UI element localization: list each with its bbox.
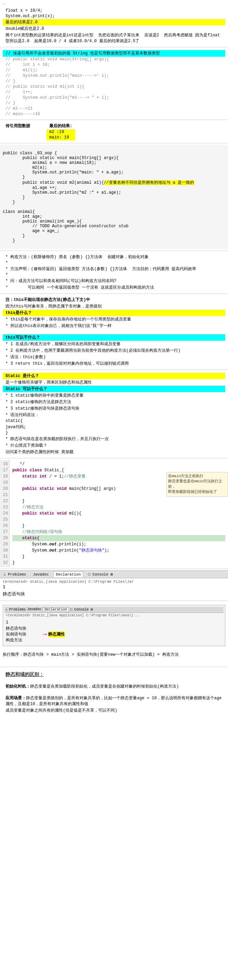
diag-tab-declaration: Declaration: [43, 608, 69, 612]
static-when-label: * 什么情况下类加载？: [3, 442, 225, 449]
static-can-1: * 1 static修饰的块中的变量是静态变量: [3, 392, 225, 399]
tab-bar: ⚠ Problems Javadoc Declaration □ Console…: [0, 570, 228, 578]
diag-line-1: 1: [6, 619, 222, 625]
comment-9: // }: [3, 100, 225, 106]
line-num-20: 20: [2, 486, 8, 492]
this-static-detail: 因为this与对象有关，而静态属于非对象，是类级别: [3, 303, 225, 310]
section-string-ref: // 传递引用并不会改变最初始的值 String 也是引用数据类型而不是基本数据…: [0, 49, 228, 118]
static-exec-note: * 静态语句块在是在类加载的阶段执行，并且只执行一次: [3, 436, 225, 442]
small-label: [3, 4, 5, 5]
diag-tab-problems: ⚠ Problems: [5, 608, 26, 612]
line-num-30: 30: [2, 547, 8, 554]
line-num-22: 22: [2, 498, 8, 504]
code-line-22: }: [12, 498, 225, 504]
comment-7: // i++;: [3, 89, 225, 95]
line-num-23: 23: [2, 504, 8, 511]
page-container: float x = 10/4; System.out.print(x); 最后的…: [0, 0, 228, 716]
static-when-detail: 访问某个类的静态属性的时候 类加载: [3, 449, 225, 455]
comment-4: // System.out.println("main----->' i);: [3, 73, 225, 78]
diag-constructor: 构造方法: [6, 637, 26, 643]
comment-1: // public static void main(String[] args…: [3, 57, 225, 62]
line-num-28: 28: [2, 535, 8, 541]
tab-console[interactable]: □ Console ⊠: [86, 571, 115, 577]
this-what-label: this是什么？: [3, 310, 225, 316]
tab-javadoc[interactable]: Javadoc: [31, 572, 51, 577]
code-line-32: }: [12, 560, 225, 566]
console-header: terminated> Static_[Java Application] C:…: [3, 580, 225, 584]
init-title: 初始化时机：静态变量是在类加载阶段初始化，成员变量是在创建对象的时候初始化(构造…: [3, 683, 225, 690]
section-code-numbered: 16 17 18 19 20 21 22 23 24 25 26 27 28 2…: [0, 460, 228, 567]
this-can-1: * 1 在成员/构造方法中，能够区分同名的局部变量和成员变量: [3, 341, 225, 347]
console-line-2: 静态语句块: [3, 590, 225, 598]
line-num-19: 19: [2, 480, 8, 486]
this-point-2: * 所以说this表示对象自己，就相当于我们说'我'字一样: [3, 323, 225, 329]
comment-10: // m1--->11: [3, 106, 225, 111]
code-line-16: */: [12, 461, 225, 467]
code-line-2: System.out.print(x);: [3, 13, 225, 19]
code-line-26: }: [12, 523, 225, 529]
static-can-label: Static 可以干什么？: [3, 386, 225, 392]
result-main: main: 19: [47, 135, 75, 140]
static-syntax-label: * 语法代码语法：: [3, 412, 225, 418]
static-domain-title: 静态和域的区别：: [3, 671, 225, 678]
this-static-note: 注：this不能出现在静态方法(静态上下文)中: [3, 296, 225, 303]
static-syntax-1: static{: [3, 418, 225, 424]
diag-instance-block: 实例语句块: [6, 632, 26, 637]
static-can-3: * 3 static修饰的语句块是静态语句块: [3, 405, 225, 412]
line-num-24: 24: [2, 511, 8, 517]
static-can-2: * 2 static修饰的方法是静态方法: [3, 399, 225, 405]
this-can-3: * 语法：this(参数): [3, 354, 225, 360]
line-num-27: 27: [2, 529, 8, 535]
result-title: 最后的结果:: [47, 123, 75, 129]
execution-order-text: 执行顺序：静态语句块 > main方法 > 实例语句块(需要new一个对象才可以…: [3, 652, 225, 657]
tab-problems[interactable]: ⚠ Problems: [2, 571, 28, 577]
console-area: terminated> Static_[Java Application] C:…: [0, 578, 228, 599]
this-point-1: * this是每个对象中，保存自身内存地址的一个引用类型的成员变量: [3, 316, 225, 323]
note-blank1: *: [3, 260, 225, 266]
code-line-30: System.out.println("静态语句块");: [12, 547, 225, 554]
tab-declaration[interactable]: Declaration: [54, 571, 83, 577]
line-num-21: 21: [2, 492, 8, 498]
double-result: double赋后也是2.0: [3, 25, 225, 32]
static-intro: 是一个修饰符关键字，用来区别静态和动态属性: [3, 379, 225, 386]
ref-type-label: 传引用型数据: [3, 123, 33, 129]
diag-tab-console: □ Console ⊠: [70, 608, 93, 612]
section-method-notes: * 构造方法：(权限修饰符) 类名 (参数) {}方法体 创建对象，初始化对象 …: [0, 252, 228, 292]
static-syntax-2: java代码;: [3, 424, 225, 430]
section-static-domain: 静态和域的区别： 初始化时机：静态变量是在类加载阶段初始化，成员变量是在创建对象…: [0, 668, 228, 716]
diag-tab-javadoc: Javadoc: [27, 608, 41, 612]
string-ref-title: // 传递引用并不会改变最初始的值 String 也是引用数据类型而不是基本数据…: [3, 50, 225, 57]
diagram-section: ⚠ Problems Javadoc Declaration □ Console…: [0, 602, 228, 649]
section-this: 注：this不能出现在静态方法(静态上下文)中 因为this与对象有关，而静态属…: [0, 295, 228, 368]
line-num-16: 16: [2, 461, 8, 467]
line-num-18: 18: [2, 473, 8, 480]
usage-detail: 成员变量是对象之间共有的属性(但是值是不共享，可以不同): [3, 707, 225, 714]
explanation: 两个int类型数的运算结果的还是int还是int型 先把右面的式子算出来 应该是…: [3, 32, 225, 44]
side-note-3: 即类加载阶段就已经初始化了: [168, 490, 226, 495]
code-line-28: static{: [12, 535, 225, 541]
diag-console-header: <terminated> Static_[Java Application] C…: [5, 613, 223, 618]
code-line-25: [12, 517, 225, 523]
code-block-oop: public class _03_oop { public static voi…: [0, 145, 228, 249]
code-line-27: //静态代码段/语句块: [12, 529, 225, 535]
this-can-4: * 3 return this，返回当前对对象内存地址，可以做到链式调用: [3, 360, 225, 367]
comment-2: // int i = 10;: [3, 62, 225, 67]
section-static: Static 是什么？ 是一个修饰符关键字，用来区别静态和动态属性 Static…: [0, 371, 228, 457]
static-what-label: Static 是什么？: [3, 372, 225, 379]
note-blank2: *: [3, 272, 225, 278]
line-num-29: 29: [2, 541, 8, 547]
note-answer: * 可以相同 一个有返回值类型 一个没有 这就是区分成员和构造的方法: [3, 284, 225, 291]
note-method-decl: * 方法声明：(修饰符返回) 返回值类型 方法名(参数) {}方法体 方法目的：…: [3, 266, 225, 272]
note-constructor: * 构造方法：(权限修饰符) 类名 (参数) {}方法体 创建对象，初始化对象: [3, 254, 225, 260]
code-line-23: //静态方法: [12, 504, 225, 511]
code-line-24: public static void m1(){: [12, 511, 225, 517]
static-syntax-3: }: [3, 430, 225, 436]
diag-static-block: 静态语句块: [6, 625, 26, 632]
comment-8: // System.out.println("m1----> " + i);: [3, 95, 225, 100]
line-num-31: 31: [2, 554, 8, 560]
comment-11: // main---->10: [3, 111, 225, 117]
comment-6: // public static void m1(int i){: [3, 84, 225, 89]
section-execution-order: 执行顺序：静态语句块 > main方法 > 实例语句块(需要new一个对象才可以…: [0, 649, 228, 660]
diag-static-attr-label: 静态属性: [48, 632, 65, 637]
code-line-31: }: [12, 554, 225, 560]
